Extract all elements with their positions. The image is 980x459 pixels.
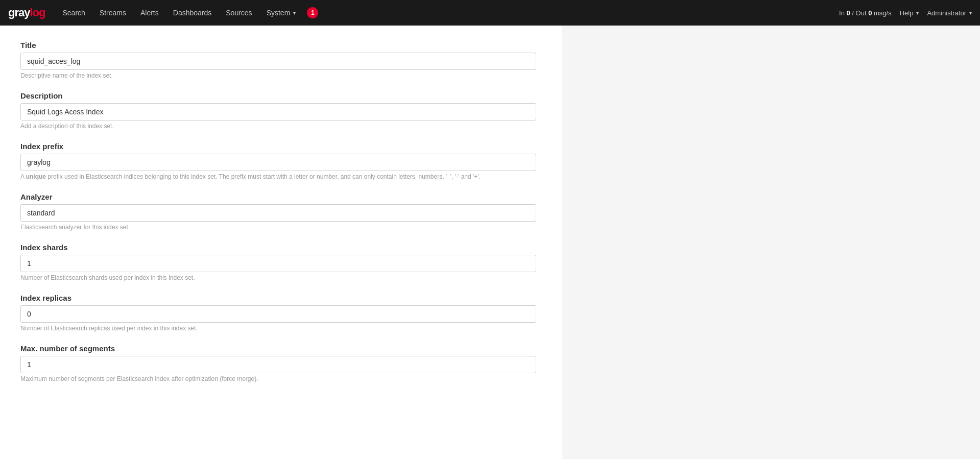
nav-dashboards[interactable]: Dashboards <box>166 0 219 26</box>
index-prefix-hint: A unique prefix used in Elasticsearch in… <box>20 173 541 180</box>
help-dropdown-arrow: ▾ <box>916 10 919 16</box>
description-group: Description Add a description of this in… <box>20 91 541 130</box>
notification-badge[interactable]: 1 <box>307 7 318 18</box>
nav-search[interactable]: Search <box>55 0 92 26</box>
index-shards-input[interactable] <box>20 255 536 272</box>
max-segments-hint: Maximum number of segments per Elasticse… <box>20 375 541 382</box>
index-replicas-hint: Number of Elasticsearch replicas used pe… <box>20 325 541 332</box>
index-shards-group: Index shards Number of Elasticsearch sha… <box>20 243 541 281</box>
admin-dropdown-arrow: ▾ <box>969 10 972 16</box>
system-dropdown-arrow: ▾ <box>293 10 296 16</box>
brand-log: log <box>30 6 45 19</box>
in-count: 0 <box>847 9 850 17</box>
max-segments-group: Max. number of segments Maximum number o… <box>20 344 541 382</box>
index-replicas-input[interactable] <box>20 305 536 323</box>
analyzer-label: Analyzer <box>20 192 541 201</box>
nav-system[interactable]: System ▾ <box>259 0 303 26</box>
description-label: Description <box>20 91 541 100</box>
nav-sources[interactable]: Sources <box>219 0 259 26</box>
index-prefix-label: Index prefix <box>20 142 541 151</box>
analyzer-input[interactable] <box>20 204 536 222</box>
help-label: Help <box>900 9 914 17</box>
index-prefix-input[interactable] <box>20 154 536 171</box>
description-hint: Add a description of this index set. <box>20 123 541 130</box>
title-group: Title Descriptive name of the index set. <box>20 41 541 79</box>
analyzer-group: Analyzer Elasticsearch analyzer for this… <box>20 192 541 231</box>
analyzer-hint: Elasticsearch analyzer for this index se… <box>20 224 541 231</box>
max-segments-label: Max. number of segments <box>20 344 541 353</box>
nav-links: Search Streams Alerts Dashboards Sources… <box>55 0 839 26</box>
index-replicas-group: Index replicas Number of Elasticsearch r… <box>20 294 541 332</box>
brand-logo[interactable]: graylog <box>8 6 45 19</box>
navbar: graylog Search Streams Alerts Dashboards… <box>0 0 980 26</box>
title-label: Title <box>20 41 541 50</box>
navbar-right: In 0 / Out 0 msg/s Help ▾ Administrator … <box>839 9 972 17</box>
nav-streams[interactable]: Streams <box>92 0 133 26</box>
title-hint: Descriptive name of the index set. <box>20 72 541 79</box>
index-shards-label: Index shards <box>20 243 541 252</box>
index-prefix-group: Index prefix A unique prefix used in Ela… <box>20 142 541 180</box>
description-input[interactable] <box>20 103 536 120</box>
brand-gray: gray <box>8 6 30 19</box>
admin-label: Administrator <box>927 9 966 17</box>
admin-menu[interactable]: Administrator ▾ <box>927 9 972 17</box>
max-segments-input[interactable] <box>20 356 536 373</box>
nav-alerts[interactable]: Alerts <box>133 0 166 26</box>
index-replicas-label: Index replicas <box>20 294 541 302</box>
title-input[interactable] <box>20 53 536 70</box>
main-content: Title Descriptive name of the index set.… <box>0 26 562 459</box>
out-count: 0 <box>868 9 872 17</box>
msg-stats: In 0 / Out 0 msg/s <box>839 9 892 17</box>
help-menu[interactable]: Help ▾ <box>900 9 919 17</box>
index-shards-hint: Number of Elasticsearch shards used per … <box>20 274 541 281</box>
